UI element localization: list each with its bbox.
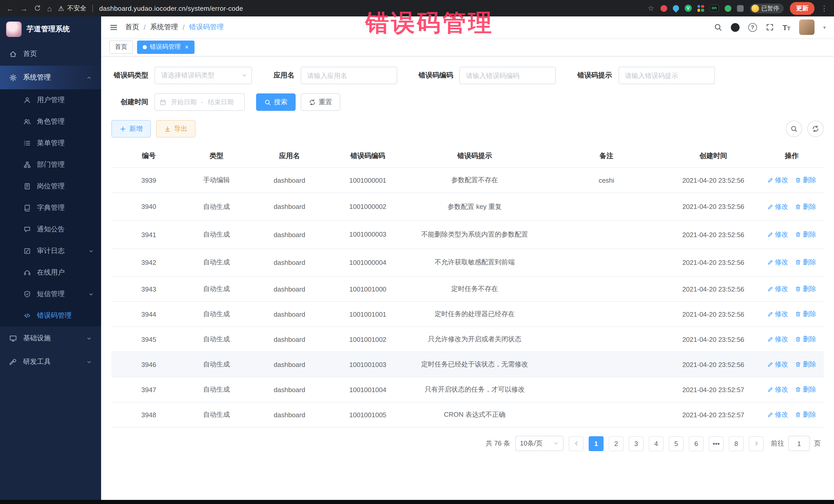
sidebar-item-notice[interactable]: 通知公告 (0, 219, 101, 240)
search-button[interactable]: 搜索 (256, 93, 295, 111)
search-icon[interactable] (714, 23, 722, 31)
leaf-extension-icon[interactable] (724, 5, 731, 12)
page-button-1[interactable]: 1 (589, 436, 603, 451)
browser-home-icon[interactable]: ⌂ (47, 4, 52, 12)
edit-button[interactable]: 修改 (767, 258, 788, 267)
date-range-picker[interactable]: 开始日期 - 结束日期 (154, 93, 245, 111)
goto-page-input[interactable] (788, 436, 810, 451)
edit-button[interactable]: 修改 (767, 385, 788, 394)
sidebar-item-menu-mgmt[interactable]: 菜单管理 (0, 132, 101, 154)
edit-button[interactable]: 修改 (767, 410, 788, 419)
edit-button[interactable]: 修改 (767, 335, 788, 344)
font-size-icon[interactable]: TT (783, 23, 790, 31)
forward-icon[interactable]: → (20, 4, 28, 12)
sidebar-item-audit-log[interactable]: 审计日志 (0, 240, 101, 262)
delete-button[interactable]: 删除 (795, 284, 816, 293)
page-button-6[interactable]: 6 (689, 436, 704, 451)
sidebar-item-user-mgmt[interactable]: 用户管理 (0, 89, 101, 111)
trash-icon (795, 232, 802, 238)
cell-hint: 定时任务已经处于该状态，无需修改 (403, 352, 546, 377)
sidebar-item-error-code-mgmt[interactable]: 错误码管理 (0, 305, 101, 326)
breadcrumb-home[interactable]: 首页 (125, 23, 139, 32)
tab-error-code[interactable]: 错误码管理 × (137, 40, 194, 53)
page-button-3[interactable]: 3 (629, 436, 643, 451)
grid-extension-icon[interactable] (697, 5, 704, 12)
delete-button[interactable]: 删除 (795, 309, 816, 319)
bookmark-star-icon[interactable]: ☆ (648, 4, 654, 12)
hamburger-icon[interactable] (109, 23, 118, 31)
back-icon[interactable]: ← (6, 4, 14, 12)
record-extension-icon[interactable] (660, 5, 667, 12)
cell-code: 1001001004 (332, 377, 404, 402)
profile-chip[interactable]: 已暂停 (750, 3, 784, 13)
delete-button[interactable]: 删除 (795, 202, 816, 211)
edit-button[interactable]: 修改 (767, 230, 788, 239)
edit-button[interactable]: 修改 (767, 309, 788, 319)
on-badge-extension-icon[interactable]: on (709, 5, 719, 12)
close-icon[interactable]: × (185, 43, 189, 51)
app-name-input[interactable] (307, 72, 390, 79)
trash-icon (795, 361, 802, 368)
page-button-8[interactable]: 8 (729, 436, 744, 451)
page-size-select[interactable]: 10条/页 (515, 436, 564, 451)
sidebar-item-dept-mgmt[interactable]: 部门管理 (0, 154, 101, 176)
delete-button[interactable]: 删除 (795, 360, 816, 369)
edit-button[interactable]: 修改 (767, 360, 788, 369)
edit-button[interactable]: 修改 (767, 202, 788, 211)
delete-button[interactable]: 删除 (795, 385, 816, 394)
export-button[interactable]: 导出 (156, 120, 196, 137)
sidebar-item-system-mgmt[interactable]: 系统管理 (0, 66, 101, 89)
cell-hint: CRON 表达式不正确 (403, 402, 546, 427)
browser-update-button[interactable]: 更新 (790, 2, 814, 15)
pencil-icon (767, 311, 773, 317)
security-chip[interactable]: ⚠ 不安全 (58, 4, 86, 13)
tab-home[interactable]: 首页 (109, 40, 133, 53)
sidebar-item-dev-tools[interactable]: 研发工具 (0, 350, 101, 374)
next-page-button[interactable] (749, 436, 764, 451)
prev-page-button[interactable] (569, 436, 584, 451)
delete-button[interactable]: 删除 (795, 258, 816, 267)
browser-menu-icon[interactable]: ⋮ (821, 4, 828, 12)
sidebar-item-sms-mgmt[interactable]: 短信管理 (0, 283, 101, 305)
more-pages-button[interactable]: ••• (709, 436, 724, 451)
edit-button[interactable]: 修改 (767, 176, 788, 185)
home-icon (9, 50, 17, 58)
page-button-4[interactable]: 4 (649, 436, 664, 451)
github-icon[interactable] (730, 23, 739, 31)
cell-time: 2021-04-20 23:52:56 (667, 327, 760, 352)
help-icon[interactable]: ? (748, 23, 757, 31)
delete-button[interactable]: 删除 (795, 176, 816, 185)
drop-extension-icon[interactable] (671, 4, 680, 13)
caret-down-icon[interactable]: ▾ (823, 24, 826, 30)
reset-button[interactable]: 重置 (301, 93, 340, 111)
check-extension-icon[interactable]: V (684, 5, 692, 12)
user-avatar[interactable] (799, 20, 814, 35)
filter-label: 创建时间 (111, 97, 148, 107)
sidebar-item-online-users[interactable]: 在线用户 (0, 262, 101, 283)
error-type-select[interactable]: 请选择错误码类型 (154, 67, 252, 84)
toggle-search-button[interactable] (786, 120, 802, 137)
address-bar[interactable]: dashboard.yudao.iocoder.cn/system/error-… (99, 4, 243, 12)
cell-remark (546, 377, 667, 402)
sidebar-item-dict-mgmt[interactable]: 字典管理 (0, 197, 101, 219)
sidebar-item-infrastructure[interactable]: 基础设施 (0, 326, 101, 350)
tags-view-bar: 首页 错误码管理 × (101, 38, 834, 57)
sidebar-item-home[interactable]: 首页 (0, 42, 101, 66)
error-code-input[interactable] (466, 72, 549, 79)
sidebar-item-post-mgmt[interactable]: 岗位管理 (0, 176, 101, 197)
sidebar-item-role-mgmt[interactable]: 角色管理 (0, 111, 101, 132)
breadcrumb-system[interactable]: 系统管理 (150, 23, 178, 32)
fullscreen-icon[interactable] (766, 23, 774, 31)
delete-button[interactable]: 删除 (795, 230, 816, 239)
puzzle-extensions-icon[interactable] (737, 5, 743, 12)
edit-button[interactable]: 修改 (767, 284, 788, 293)
refresh-table-button[interactable] (807, 120, 824, 137)
page-button-5[interactable]: 5 (669, 436, 684, 451)
trash-icon (795, 412, 802, 418)
error-hint-input[interactable] (625, 72, 708, 79)
reload-icon[interactable] (34, 5, 41, 12)
add-button[interactable]: 新增 (111, 120, 151, 137)
delete-button[interactable]: 删除 (795, 335, 816, 344)
delete-button[interactable]: 删除 (795, 410, 816, 419)
page-button-2[interactable]: 2 (609, 436, 623, 451)
